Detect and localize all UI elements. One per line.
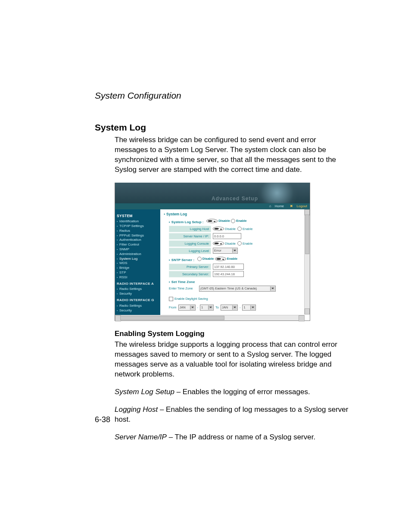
- sidebar-header-system: SYSTEM: [117, 214, 159, 218]
- syslog-setup-enable[interactable]: Enable: [231, 219, 247, 223]
- vertical-scrollbar[interactable]: [304, 209, 310, 315]
- sntp-disable[interactable]: Disable: [197, 257, 214, 261]
- banner-caption: Advanced Setup: [212, 196, 258, 202]
- horizontal-scrollbar[interactable]: [115, 315, 305, 320]
- sidebar-item-pppoe[interactable]: PPPoE Settings: [117, 233, 159, 238]
- scroll-down-button[interactable]: [305, 308, 310, 314]
- primary-server-row: Primary Server:: [169, 264, 306, 270]
- logging-host-label: Logging Host: [169, 226, 211, 232]
- logging-console-enable[interactable]: Enable: [237, 241, 252, 246]
- sidebar-item-identification[interactable]: Identification: [117, 219, 159, 224]
- banner-graphic: [258, 183, 305, 203]
- logout-link[interactable]: ✖ Logout: [287, 204, 307, 208]
- sidebar-item-snmp[interactable]: SNMP: [117, 247, 159, 252]
- dst-from-month-select[interactable]: JAN: [178, 305, 196, 311]
- home-icon: ⌂: [269, 204, 271, 208]
- intro-paragraph: The wireless bridge can be configured to…: [115, 135, 351, 175]
- sidebar-item-system-log[interactable]: System Log: [117, 257, 159, 261]
- logging-console-disable[interactable]: Disable: [213, 241, 236, 246]
- sidebar-item-radio-a-settings[interactable]: Radio Settings: [117, 287, 159, 292]
- primary-server-label: Primary Server:: [169, 264, 211, 270]
- home-link[interactable]: ⌂ Home: [267, 204, 284, 208]
- scroll-right-button[interactable]: [299, 315, 305, 321]
- server-name-label: Server Name / IP:: [169, 233, 211, 240]
- subsection-title: Enabling System Logging: [115, 330, 351, 338]
- secondary-server-input[interactable]: [213, 271, 244, 277]
- time-zone-row: Enter Time Zone (GMT-05) Eastern Time (U…: [169, 286, 306, 292]
- syslog-setup-disable[interactable]: Disable: [206, 219, 230, 223]
- sidebar-item-radio-a-security[interactable]: Security: [117, 292, 159, 296]
- logging-level-label: Logging Level: [169, 248, 211, 254]
- banner: Advanced Setup: [115, 183, 310, 203]
- syslog-setup-label: ▪System Log Setup : Disable Enable: [169, 219, 306, 224]
- scroll-thumb[interactable]: [305, 215, 309, 254]
- sntp-label: ▪SNTP Server : Disable Enable: [169, 257, 306, 262]
- sidebar-item-administration[interactable]: Administration: [117, 252, 159, 257]
- sidebar-item-bridge[interactable]: Bridge: [117, 266, 159, 271]
- def-logging-host: Logging Host – Enables the sending of lo…: [115, 405, 351, 425]
- enabling-paragraph: The wireless bridge supports a logging p…: [115, 340, 351, 380]
- top-bar: ⌂ Home ✖ Logout: [115, 203, 310, 209]
- set-time-zone-label: ▪Set Time Zone: [169, 280, 306, 284]
- dst-to-day-select[interactable]: 1: [242, 305, 256, 311]
- section-title: System Log: [95, 122, 351, 133]
- page-number: 6-38: [95, 415, 110, 424]
- sidebar-item-wds[interactable]: WDS: [117, 261, 159, 266]
- scroll-thumb-h[interactable]: [120, 316, 224, 320]
- embedded-screenshot: Advanced Setup ⌂ Home ✖ Logout SYSTEM Id…: [115, 183, 310, 321]
- daylight-saving-checkbox[interactable]: Enable Daylight Saving: [169, 297, 208, 301]
- dst-from-day-select[interactable]: 1: [200, 305, 214, 311]
- dst-to-month-select[interactable]: JAN: [221, 305, 238, 311]
- logging-console-row: Logging Console Disable Enable: [169, 240, 306, 247]
- time-zone-select[interactable]: (GMT-05) Eastern Time (US & Canada): [199, 286, 276, 292]
- def-system-log-setup: System Log Setup – Enables the logging o…: [115, 387, 351, 397]
- page-heading: ▪System Log: [164, 212, 306, 216]
- sidebar-item-stp[interactable]: STP: [117, 271, 159, 275]
- daylight-range: From JAN - 1 To JAN - 1: [169, 305, 306, 311]
- sidebar-item-radio-g-security[interactable]: Security: [117, 308, 159, 313]
- def-server-name-ip: Server Name/IP – The IP address or name …: [115, 432, 351, 442]
- sidebar: SYSTEM Identification TCP/IP Settings Ra…: [115, 209, 160, 321]
- sidebar-item-filter-control[interactable]: Filter Control: [117, 243, 159, 247]
- logging-level-select[interactable]: Error: [213, 248, 238, 254]
- sntp-enable[interactable]: Enable: [215, 257, 238, 261]
- logging-console-label: Logging Console: [169, 240, 211, 247]
- sidebar-item-rssi[interactable]: RSSI: [117, 275, 159, 280]
- server-name-input[interactable]: [213, 233, 241, 239]
- logging-host-enable[interactable]: Enable: [237, 227, 252, 231]
- checkbox-icon: [169, 297, 173, 301]
- chapter-title: System Configuration: [95, 90, 351, 101]
- logout-icon: ✖: [290, 204, 293, 208]
- content-pane: ▪System Log ▪System Log Setup : Disable …: [160, 209, 310, 321]
- server-name-row: Server Name / IP:: [169, 233, 306, 240]
- logging-host-disable[interactable]: Disable: [213, 227, 236, 231]
- sidebar-item-radio-g-settings[interactable]: Radio Settings: [117, 304, 159, 308]
- secondary-server-row: Secondary Server:: [169, 271, 306, 277]
- sidebar-item-tcpip[interactable]: TCP/IP Settings: [117, 224, 159, 229]
- time-zone-row-label: Enter Time Zone: [169, 286, 199, 290]
- logging-level-row: Logging Level Error: [169, 248, 306, 254]
- logging-host-row: Logging Host Disable Enable: [169, 226, 306, 232]
- sidebar-item-radius[interactable]: Radius: [117, 229, 159, 233]
- secondary-server-label: Secondary Server:: [169, 271, 211, 277]
- sidebar-header-radio-g: RADIO INTERFACE G: [117, 298, 159, 303]
- sidebar-header-radio-a: RADIO INTERFACE A: [117, 282, 159, 286]
- sidebar-item-authentication[interactable]: Authentication: [117, 238, 159, 243]
- primary-server-input[interactable]: [213, 264, 244, 270]
